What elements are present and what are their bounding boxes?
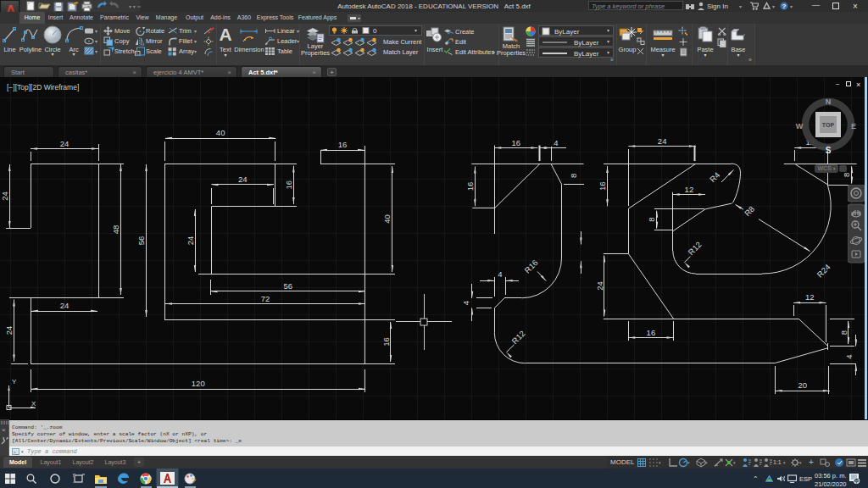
svg-text:72: 72 <box>261 294 270 303</box>
svg-text:16: 16 <box>381 337 391 347</box>
svg-text:ByLayer: ByLayer <box>554 28 580 36</box>
svg-text:24: 24 <box>186 236 195 246</box>
svg-text:20: 20 <box>798 380 808 390</box>
svg-text:48: 48 <box>111 225 120 235</box>
svg-text:TOP: TOP <box>822 122 835 128</box>
svg-text:8: 8 <box>648 218 657 222</box>
svg-text:W: W <box>796 122 804 130</box>
svg-text:8: 8 <box>839 330 849 335</box>
svg-text:E: E <box>851 122 856 130</box>
svg-text:56: 56 <box>283 281 292 291</box>
svg-text:4: 4 <box>461 301 470 305</box>
svg-text:ByLayer: ByLayer <box>574 39 599 47</box>
svg-text:24: 24 <box>60 301 70 310</box>
svg-text:24: 24 <box>4 326 14 336</box>
svg-text:ByLayer: ByLayer <box>574 50 599 58</box>
svg-text:S: S <box>826 146 832 155</box>
svg-text:12: 12 <box>685 185 694 194</box>
svg-text:R16: R16 <box>522 258 539 274</box>
svg-text:16: 16 <box>338 140 348 149</box>
svg-text:24: 24 <box>238 175 248 184</box>
svg-text:R4: R4 <box>708 170 721 184</box>
svg-text:?: ? <box>782 3 787 10</box>
svg-text:12: 12 <box>805 292 815 302</box>
svg-text:40: 40 <box>382 214 392 224</box>
svg-text:20: 20 <box>854 479 860 484</box>
svg-text:8: 8 <box>570 174 579 178</box>
svg-text:4: 4 <box>844 354 854 358</box>
svg-text:4: 4 <box>498 269 502 279</box>
svg-text:24: 24 <box>658 136 667 146</box>
svg-text:R12: R12 <box>686 240 703 257</box>
svg-text:R12: R12 <box>509 329 526 346</box>
svg-text:R24: R24 <box>815 262 832 279</box>
svg-text:24: 24 <box>60 139 70 148</box>
svg-text:4: 4 <box>554 138 558 147</box>
svg-text:24: 24 <box>0 191 9 201</box>
svg-text:16: 16 <box>512 138 521 147</box>
svg-text:R8: R8 <box>743 204 756 218</box>
svg-text:16: 16 <box>598 181 607 191</box>
svg-text:120: 120 <box>192 379 205 388</box>
svg-text:24: 24 <box>595 281 604 291</box>
svg-text:16: 16 <box>465 182 475 191</box>
svg-text:X: X <box>31 400 36 408</box>
svg-text:Y: Y <box>12 378 17 385</box>
svg-text:40: 40 <box>216 128 225 137</box>
svg-text:56: 56 <box>136 236 146 246</box>
svg-text:8: 8 <box>843 173 852 177</box>
svg-text:0: 0 <box>373 27 377 35</box>
svg-text:N: N <box>826 97 832 106</box>
svg-text:16: 16 <box>284 180 293 190</box>
svg-text:16: 16 <box>647 328 656 337</box>
